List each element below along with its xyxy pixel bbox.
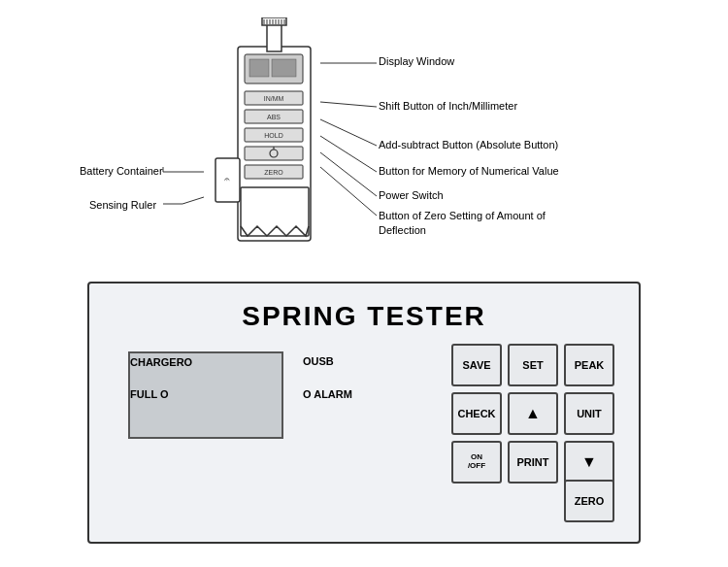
zero-button-container: ZERO [564, 480, 614, 522]
unit-button[interactable]: UNIT [564, 392, 614, 435]
down-button[interactable]: ▼ [564, 441, 614, 484]
set-button[interactable]: SET [508, 344, 558, 386]
charger-label: CHARGERO [130, 356, 192, 368]
label-memory-button: Button for Memory of Numerical Value [379, 165, 559, 177]
alarm-indicator: O ALARM [303, 388, 352, 400]
svg-line-29 [320, 102, 377, 107]
full-text: FULL O [130, 388, 169, 400]
zero-button[interactable]: ZERO [564, 480, 614, 522]
diagram-section: IN/MM ABS HOLD 𝄐 ZERO [0, 10, 728, 272]
check-button[interactable]: CHECK [451, 392, 502, 435]
label-battery-container: Battery Container [80, 165, 163, 177]
label-shift-button: Shift Button of Inch/Millimeter [379, 100, 517, 112]
panel-title: SPRING TESTER [89, 301, 639, 332]
label-display-window: Display Window [379, 55, 454, 67]
svg-line-36 [182, 197, 204, 204]
up-button[interactable]: ▲ [508, 392, 558, 435]
label-sensing-ruler: Sensing Ruler [89, 199, 156, 211]
onoff-button[interactable]: ON/OFF [451, 441, 502, 484]
print-button[interactable]: PRINT [508, 441, 558, 484]
full-label: FULL O [130, 388, 169, 400]
charger-text: CHARGERO [130, 356, 192, 368]
label-lines-svg [0, 10, 728, 272]
save-button[interactable]: SAVE [451, 344, 502, 386]
spring-tester-panel: SPRING TESTER CHARGERO FULL O OUSB O ALA… [87, 282, 641, 544]
label-add-subtract: Add-subtract Button (Absolute Button) [379, 139, 558, 150]
label-zero-button: Button of Zero Setting of Amount ofDefle… [379, 209, 546, 239]
label-power-switch: Power Switch [379, 189, 444, 201]
usb-indicator: OUSB [303, 355, 334, 367]
peak-button[interactable]: PEAK [564, 344, 614, 386]
buttons-grid: SAVE SET PEAK CHECK ▲ UNIT ON/OFF PRINT … [451, 344, 614, 484]
